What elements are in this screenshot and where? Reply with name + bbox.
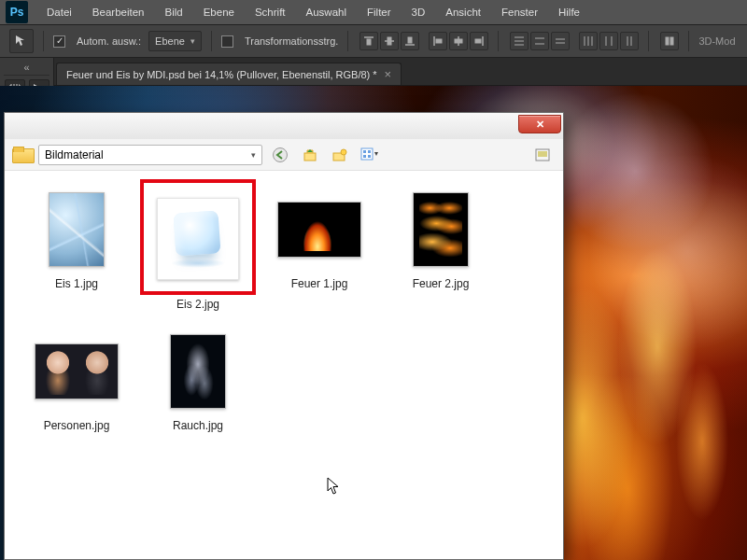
chevron-down-icon: ▾ bbox=[251, 150, 256, 160]
file-name-label: Eis 1.jpg bbox=[55, 277, 98, 290]
file-name-label: Rauch.jpg bbox=[173, 419, 223, 432]
back-button[interactable] bbox=[268, 144, 292, 166]
thumbnail-icon bbox=[35, 343, 119, 399]
menu-filter[interactable]: Filter bbox=[358, 3, 401, 21]
file-item[interactable]: Eis 2.jpg bbox=[137, 182, 259, 311]
svg-rect-34 bbox=[363, 150, 366, 153]
move-tool-icon[interactable] bbox=[9, 29, 34, 53]
menu-ansicht[interactable]: Ansicht bbox=[436, 3, 490, 21]
file-name-label: Eis 2.jpg bbox=[176, 298, 219, 311]
thumbnail-icon bbox=[413, 192, 469, 267]
separator bbox=[43, 31, 44, 51]
mode-3d-label[interactable]: 3D-Mod bbox=[698, 35, 735, 47]
new-folder-button[interactable] bbox=[328, 144, 352, 166]
align-bottom-icon[interactable] bbox=[401, 32, 419, 50]
thumbnail-icon bbox=[277, 202, 361, 258]
align-right-icon[interactable] bbox=[470, 32, 488, 50]
separator bbox=[498, 31, 499, 51]
auto-align-icon[interactable] bbox=[660, 32, 679, 50]
preview-toggle-button[interactable] bbox=[531, 144, 556, 166]
file-item[interactable]: Eis 1.jpg bbox=[16, 188, 137, 311]
document-tab[interactable]: Feuer und Eis by MDI.psd bei 14,1% (Pull… bbox=[56, 63, 402, 85]
distribute-vcenter-icon[interactable] bbox=[530, 32, 549, 50]
file-item[interactable]: Feuer 2.jpg bbox=[380, 188, 501, 311]
svg-rect-39 bbox=[538, 151, 547, 157]
dialog-toolbar: Bildmaterial ▾ bbox=[5, 139, 563, 171]
menu-datei[interactable]: Datei bbox=[37, 3, 81, 21]
distribute-top-icon[interactable] bbox=[510, 32, 529, 50]
up-one-level-button[interactable] bbox=[298, 144, 322, 166]
file-item[interactable]: Personen.jpg bbox=[16, 329, 137, 432]
thumbnail-wrap bbox=[143, 182, 253, 292]
menubar: Ps DateiBearbeitenBildEbeneSchriftAuswah… bbox=[0, 0, 747, 24]
file-name-label: Personen.jpg bbox=[44, 419, 110, 432]
svg-rect-7 bbox=[436, 39, 442, 43]
svg-rect-5 bbox=[408, 37, 412, 43]
app-logo-icon: Ps bbox=[6, 1, 28, 23]
align-vcenter-icon[interactable] bbox=[380, 32, 399, 50]
distribute-left-icon[interactable] bbox=[579, 32, 598, 50]
auto-select-mode-value: Ebene bbox=[155, 35, 185, 47]
svg-rect-37 bbox=[368, 155, 371, 158]
document-tab-title: Feuer und Eis by MDI.psd bei 14,1% (Pull… bbox=[66, 69, 377, 80]
location-dropdown[interactable]: Bildmaterial ▾ bbox=[38, 145, 262, 165]
thumbnail-wrap bbox=[25, 329, 128, 413]
menu-hilfe[interactable]: Hilfe bbox=[549, 3, 589, 21]
close-tab-icon[interactable]: × bbox=[385, 67, 392, 81]
align-group-2 bbox=[429, 32, 488, 50]
menu-bearbeiten[interactable]: Bearbeiten bbox=[83, 3, 154, 21]
menu-ebene[interactable]: Ebene bbox=[194, 3, 244, 21]
close-icon: ✕ bbox=[536, 119, 544, 131]
svg-rect-27 bbox=[670, 37, 673, 45]
side-tool-header[interactable]: « bbox=[4, 62, 49, 76]
distribute-bottom-icon[interactable] bbox=[551, 32, 570, 50]
distribute-right-icon[interactable] bbox=[620, 32, 639, 50]
separator bbox=[347, 31, 348, 51]
location-value: Bildmaterial bbox=[45, 148, 104, 161]
auto-select-checkbox[interactable] bbox=[53, 35, 65, 48]
folder-icon bbox=[12, 147, 33, 163]
svg-rect-3 bbox=[388, 37, 391, 45]
svg-rect-26 bbox=[666, 37, 669, 45]
thumbnail-icon bbox=[170, 334, 226, 409]
auto-select-mode-dropdown[interactable]: Ebene ▾ bbox=[148, 31, 202, 51]
align-group-1 bbox=[359, 32, 419, 50]
thumbnail-icon bbox=[157, 198, 239, 280]
menu-fenster[interactable]: Fenster bbox=[492, 3, 547, 21]
auto-align-group bbox=[660, 32, 679, 50]
separator bbox=[648, 31, 649, 51]
distribute-group-2 bbox=[579, 32, 639, 50]
menu-schrift[interactable]: Schrift bbox=[246, 3, 295, 21]
file-name-label: Feuer 2.jpg bbox=[413, 277, 470, 290]
separator bbox=[211, 31, 212, 51]
distribute-group-1 bbox=[510, 32, 570, 50]
svg-rect-1 bbox=[367, 39, 371, 45]
options-bar: Autom. ausw.: Ebene ▾ Transformationsstr… bbox=[0, 24, 747, 58]
transform-controls-checkbox[interactable] bbox=[221, 35, 233, 48]
menu-auswahl[interactable]: Auswahl bbox=[297, 3, 356, 21]
transform-controls-label: Transformationsstrg. bbox=[245, 35, 338, 47]
align-top-icon[interactable] bbox=[359, 32, 378, 50]
file-item[interactable]: Feuer 1.jpg bbox=[259, 188, 380, 311]
thumbnail-icon bbox=[49, 192, 105, 267]
menu-3d[interactable]: 3D bbox=[402, 3, 435, 21]
dialog-titlebar[interactable]: ✕ bbox=[5, 113, 563, 139]
distribute-hcenter-icon[interactable] bbox=[599, 32, 618, 50]
photoshop-shell: Ps DateiBearbeitenBildEbeneSchriftAuswah… bbox=[0, 0, 747, 560]
align-hcenter-icon[interactable] bbox=[449, 32, 468, 50]
auto-select-label: Autom. ausw.: bbox=[77, 35, 141, 47]
thumbnail-wrap bbox=[147, 329, 249, 413]
view-menu-button[interactable] bbox=[358, 144, 382, 166]
svg-point-29 bbox=[274, 147, 288, 161]
menu-bild[interactable]: Bild bbox=[155, 3, 191, 21]
dialog-close-button[interactable]: ✕ bbox=[518, 115, 561, 133]
align-left-icon[interactable] bbox=[429, 32, 447, 50]
file-name-label: Feuer 1.jpg bbox=[291, 277, 348, 290]
thumbnail-wrap bbox=[268, 188, 371, 272]
svg-rect-33 bbox=[361, 148, 373, 160]
file-grid[interactable]: Eis 1.jpgEis 2.jpgFeuer 1.jpgFeuer 2.jpg… bbox=[5, 171, 563, 559]
svg-rect-36 bbox=[363, 155, 366, 158]
svg-rect-9 bbox=[455, 39, 462, 43]
file-item[interactable]: Rauch.jpg bbox=[137, 329, 259, 432]
svg-rect-11 bbox=[475, 39, 481, 43]
